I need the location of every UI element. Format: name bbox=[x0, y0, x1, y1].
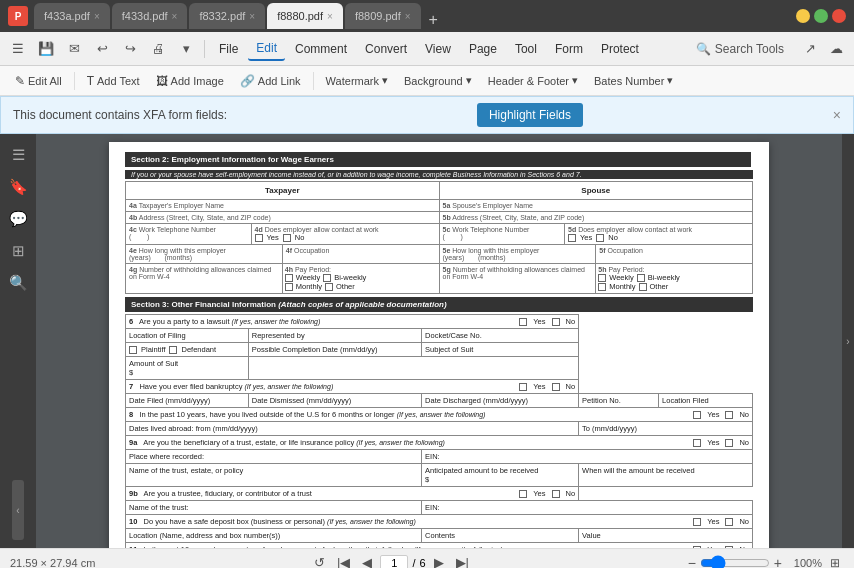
q6-no-cb[interactable] bbox=[552, 318, 560, 326]
cloud-icon[interactable]: ☁ bbox=[824, 37, 848, 61]
maximize-button[interactable] bbox=[814, 9, 828, 23]
separator bbox=[204, 40, 205, 58]
panel-icon-layers[interactable]: ⊞ bbox=[5, 238, 31, 264]
q9a-yes-cb[interactable] bbox=[693, 439, 701, 447]
completion-empty-cell bbox=[248, 357, 578, 380]
add-text-button[interactable]: T Add Text bbox=[80, 71, 147, 91]
q11-yes-cb[interactable] bbox=[693, 546, 701, 549]
5h-biweekly-cb[interactable] bbox=[637, 274, 645, 282]
dropdown-icon[interactable]: ▾ bbox=[174, 37, 198, 61]
header-footer-button[interactable]: Header & Footer ▾ bbox=[481, 71, 585, 90]
last-page-button[interactable]: ▶| bbox=[452, 553, 473, 568]
page-number-input[interactable] bbox=[380, 555, 408, 569]
tab-f8332[interactable]: f8332.pdf × bbox=[189, 3, 265, 29]
panel-icon-search[interactable]: 🔍 bbox=[5, 270, 31, 296]
right-panel-arrow[interactable]: › bbox=[846, 336, 849, 347]
highlight-fields-button[interactable]: Highlight Fields bbox=[477, 103, 583, 127]
page-dimensions: 21.59 × 27.94 cm bbox=[10, 557, 95, 569]
share-icon[interactable]: ↗ bbox=[798, 37, 822, 61]
menu-edit[interactable]: Edit bbox=[248, 37, 285, 61]
plaintiff-cb[interactable] bbox=[129, 346, 137, 354]
menu-comment[interactable]: Comment bbox=[287, 38, 355, 60]
5h-monthly-cb[interactable] bbox=[598, 283, 606, 291]
background-dropdown-icon[interactable]: ▾ bbox=[466, 74, 472, 87]
background-label: Background bbox=[404, 75, 463, 87]
q9b-yes-cb[interactable] bbox=[519, 490, 527, 498]
q10-no-cb[interactable] bbox=[725, 518, 733, 526]
watermark-dropdown-icon[interactable]: ▾ bbox=[382, 74, 388, 87]
menu-tool[interactable]: Tool bbox=[507, 38, 545, 60]
4h-weekly-cb[interactable] bbox=[285, 274, 293, 282]
prev-page-button[interactable]: ↺ bbox=[310, 553, 329, 568]
menu-protect[interactable]: Protect bbox=[593, 38, 647, 60]
close-icon[interactable]: × bbox=[249, 11, 255, 22]
panel-icon-bookmark[interactable]: 🔖 bbox=[5, 174, 31, 200]
defendant-cb[interactable] bbox=[169, 346, 177, 354]
page-back-button[interactable]: ◀ bbox=[358, 553, 376, 568]
search-tools-button[interactable]: 🔍 Search Tools bbox=[688, 39, 792, 59]
q10-yes-cb[interactable] bbox=[693, 518, 701, 526]
tab-f433a[interactable]: f433a.pdf × bbox=[34, 3, 110, 29]
close-icon[interactable]: × bbox=[327, 11, 333, 22]
add-tab-button[interactable]: + bbox=[423, 11, 444, 29]
4d-no-checkbox[interactable] bbox=[283, 234, 291, 242]
bates-number-dropdown-icon[interactable]: ▾ bbox=[667, 74, 673, 87]
redo-icon[interactable]: ↪ bbox=[118, 37, 142, 61]
zoom-controls: − + 100% ⊞ bbox=[688, 554, 844, 569]
minimize-button[interactable] bbox=[796, 9, 810, 23]
5h-other-cb[interactable] bbox=[639, 283, 647, 291]
background-button[interactable]: Background ▾ bbox=[397, 71, 479, 90]
location-filing-cell: Location of Filing bbox=[126, 329, 249, 343]
zoom-out-button[interactable]: − bbox=[688, 555, 696, 569]
add-link-button[interactable]: 🔗 Add Link bbox=[233, 71, 308, 91]
close-icon[interactable]: × bbox=[94, 11, 100, 22]
add-image-button[interactable]: 🖼 Add Image bbox=[149, 71, 231, 91]
print-icon[interactable]: 🖨 bbox=[146, 37, 170, 61]
q7-no-cb[interactable] bbox=[552, 383, 560, 391]
4h-biweekly-cb[interactable] bbox=[323, 274, 331, 282]
4d-yes-checkbox[interactable] bbox=[255, 234, 263, 242]
5h-weekly-cb[interactable] bbox=[598, 274, 606, 282]
tab-f433d[interactable]: f433d.pdf × bbox=[112, 3, 188, 29]
watermark-button[interactable]: Watermark ▾ bbox=[319, 71, 395, 90]
5d-yes-checkbox[interactable] bbox=[568, 234, 576, 242]
page-forward-button[interactable]: ▶ bbox=[430, 553, 448, 568]
tab-f8809[interactable]: f8809.pdf × bbox=[345, 3, 421, 29]
tab-f8880[interactable]: f8880.pdf × bbox=[267, 3, 343, 29]
4h-other-cb[interactable] bbox=[325, 283, 333, 291]
menu-convert[interactable]: Convert bbox=[357, 38, 415, 60]
close-icon[interactable]: × bbox=[405, 11, 411, 22]
header-footer-dropdown-icon[interactable]: ▾ bbox=[572, 74, 578, 87]
first-page-button[interactable]: |◀ bbox=[333, 553, 354, 568]
q9a-no-cb[interactable] bbox=[725, 439, 733, 447]
panel-icon-comment[interactable]: 💬 bbox=[5, 206, 31, 232]
undo-icon[interactable]: ↩ bbox=[90, 37, 114, 61]
fit-page-button[interactable]: ⊞ bbox=[826, 554, 844, 569]
pdf-view[interactable]: Section 2: Employment Information for Wa… bbox=[36, 134, 842, 548]
email-icon[interactable]: ✉ bbox=[62, 37, 86, 61]
save-icon[interactable]: 💾 bbox=[34, 37, 58, 61]
5d-no-checkbox[interactable] bbox=[596, 234, 604, 242]
q11-no-cb[interactable] bbox=[725, 546, 733, 549]
close-button[interactable] bbox=[832, 9, 846, 23]
q8-yes-cb[interactable] bbox=[693, 411, 701, 419]
panel-icon-page[interactable]: ☰ bbox=[5, 142, 31, 168]
menu-view[interactable]: View bbox=[417, 38, 459, 60]
zoom-in-button[interactable]: + bbox=[774, 555, 782, 569]
bates-number-button[interactable]: Bates Number ▾ bbox=[587, 71, 680, 90]
banner-close-button[interactable]: × bbox=[833, 107, 841, 123]
file-icon[interactable]: ☰ bbox=[6, 37, 30, 61]
q7-yes-cb[interactable] bbox=[519, 383, 527, 391]
edit-all-button[interactable]: ✎ Edit All bbox=[8, 71, 69, 91]
zoom-slider[interactable] bbox=[700, 555, 770, 569]
q9b-no-cb[interactable] bbox=[552, 490, 560, 498]
4h-monthly-cb[interactable] bbox=[285, 283, 293, 291]
menu-page[interactable]: Page bbox=[461, 38, 505, 60]
q8-no-cb[interactable] bbox=[725, 411, 733, 419]
left-panel-collapse[interactable]: ‹ bbox=[12, 480, 24, 540]
q6-yes-cb[interactable] bbox=[519, 318, 527, 326]
menu-file[interactable]: File bbox=[211, 38, 246, 60]
close-icon[interactable]: × bbox=[172, 11, 178, 22]
page-total: 6 bbox=[419, 557, 425, 569]
menu-form[interactable]: Form bbox=[547, 38, 591, 60]
